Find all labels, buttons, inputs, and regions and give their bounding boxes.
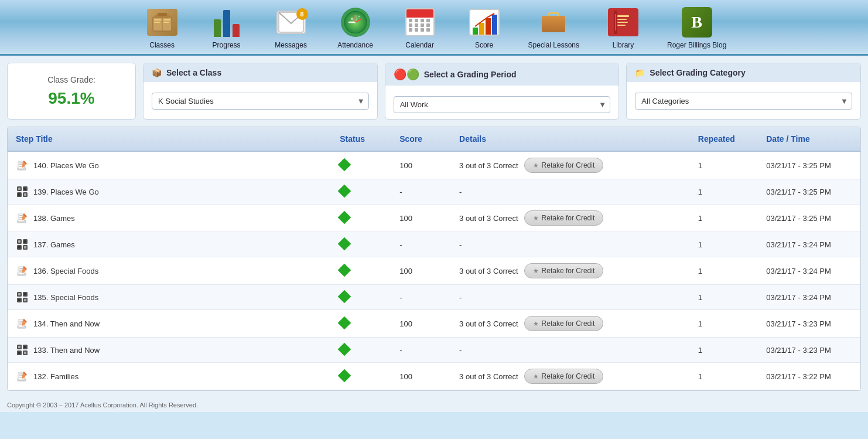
svg-rect-73	[18, 299, 20, 301]
status-diamond	[338, 342, 351, 356]
status-diamond	[338, 237, 351, 250]
status-diamond	[338, 158, 351, 171]
progress-icon	[210, 6, 243, 39]
filter-row: Class Grade: 95.1% 📦 Select a Class K So…	[7, 63, 861, 120]
details-text: -	[459, 293, 462, 302]
step-title: 135. Special Foods	[33, 293, 98, 302]
svg-rect-72	[24, 293, 26, 295]
star-icon: ★	[533, 162, 539, 169]
svg-rect-58	[18, 246, 20, 249]
puzzle-step-icon	[16, 238, 29, 251]
score-cell: -	[391, 232, 451, 257]
th-details: Details	[451, 127, 690, 151]
details-text: -	[459, 346, 462, 355]
svg-point-12	[351, 18, 353, 20]
svg-rect-89	[24, 352, 26, 354]
retake-button[interactable]: ★Retake for Credit	[524, 263, 604, 278]
details-cell: 3 out of 3 Correct ★Retake for Credit	[451, 151, 690, 179]
repeated-cell: 1	[690, 232, 758, 257]
datetime-cell: 03/21/17 - 3:24 PM	[758, 232, 860, 257]
step-title-cell: 140. Places We Go	[8, 151, 332, 179]
repeated-cell: 1	[690, 205, 758, 232]
nav-calendar[interactable]: Calendar	[399, 6, 440, 49]
datetime-cell: 03/21/17 - 3:22 PM	[758, 363, 860, 390]
nav-messages[interactable]: 8 Messages	[271, 6, 312, 49]
svg-rect-44	[24, 193, 26, 196]
status-cell	[332, 179, 391, 205]
classes-label: Classes	[149, 41, 175, 49]
pencil-step-icon	[16, 317, 29, 330]
table-body: 140. Places We Go 100 3 out of 3 Correct…	[8, 151, 860, 390]
class-box-icon: 📦	[152, 68, 162, 77]
details-text: 3 out of 3 Correct	[459, 372, 518, 381]
status-diamond	[338, 263, 351, 277]
status-diamond	[338, 184, 351, 198]
step-title-cell: 134. Then and Now	[8, 310, 332, 338]
status-diamond	[338, 290, 351, 303]
messages-badge: 8	[296, 8, 308, 20]
library-label: Library	[613, 41, 634, 49]
table-row: 137. Games - - 1 03/21/17 - 3:24 PM	[8, 232, 860, 257]
class-select[interactable]: K Social Studies	[152, 93, 369, 110]
step-title: 133. Then and Now	[33, 346, 100, 355]
footer: Copyright © 2003 – 2017 Acellus Corporat…	[0, 398, 868, 412]
svg-rect-59	[24, 246, 26, 249]
svg-rect-86	[18, 346, 20, 348]
messages-icon: 8	[275, 6, 307, 39]
step-title: 134. Then and Now	[33, 319, 100, 328]
copyright: Copyright © 2003 – 2017 Acellus Corporat…	[7, 401, 198, 409]
status-cell	[332, 285, 391, 310]
svg-rect-19	[473, 28, 478, 36]
svg-point-13	[358, 16, 360, 18]
score-cell: 100	[391, 205, 451, 232]
category-icon: 📁	[635, 68, 645, 77]
nav-classes[interactable]: Classes	[142, 6, 183, 49]
navigation-bar: Classes Progress 8 Messages	[0, 0, 868, 56]
score-icon	[468, 6, 501, 39]
star-icon: ★	[533, 320, 539, 328]
grade-value: 95.1%	[48, 89, 94, 108]
step-title-cell: 133. Then and Now	[8, 338, 332, 363]
classes-icon	[146, 6, 179, 39]
retake-button[interactable]: ★Retake for Credit	[524, 316, 604, 331]
step-title: 137. Games	[33, 240, 75, 249]
details-text: -	[459, 188, 462, 196]
step-title: 140. Places We Go	[33, 161, 99, 170]
category-select-wrapper: All Categories ▼	[635, 93, 852, 110]
pencil-step-icon	[16, 159, 29, 172]
retake-button[interactable]: ★Retake for Credit	[524, 369, 604, 384]
blog-icon: B	[681, 6, 713, 39]
status-cell	[332, 232, 391, 257]
nav-attendance[interactable]: Attendance	[335, 6, 376, 49]
retake-label: Retake for Credit	[542, 319, 595, 328]
repeated-cell: 1	[690, 285, 758, 310]
table-row: 139. Places We Go - - 1 03/21/17 - 3:25 …	[8, 179, 860, 205]
nav-progress[interactable]: Progress	[206, 6, 247, 49]
nav-special-lessons[interactable]: Special Lessons	[528, 6, 579, 49]
repeated-cell: 1	[690, 179, 758, 205]
retake-label: Retake for Credit	[542, 372, 595, 380]
repeated-cell: 1	[690, 310, 758, 338]
nav-library[interactable]: Library	[603, 6, 644, 49]
table-scroll[interactable]: Step Title Status Score Details Repeated…	[8, 127, 860, 390]
svg-rect-22	[492, 15, 497, 36]
retake-button[interactable]: ★Retake for Credit	[524, 158, 604, 173]
category-select[interactable]: All Categories	[635, 93, 852, 110]
calendar-icon	[404, 6, 436, 39]
retake-button[interactable]: ★Retake for Credit	[524, 210, 604, 226]
repeated-cell: 1	[690, 338, 758, 363]
svg-rect-20	[479, 23, 484, 36]
svg-rect-3	[158, 13, 167, 16]
nav-blog[interactable]: B Roger Billings Blog	[667, 6, 726, 49]
datetime-cell: 03/21/17 - 3:25 PM	[758, 151, 860, 179]
step-title-cell: 136. Special Foods	[8, 257, 332, 285]
svg-rect-6	[154, 22, 160, 23]
status-cell	[332, 338, 391, 363]
svg-rect-56	[18, 240, 20, 243]
period-select[interactable]: All Work	[394, 96, 611, 113]
nav-score[interactable]: Score	[464, 6, 505, 49]
status-diamond	[338, 210, 351, 224]
svg-rect-28	[617, 22, 628, 23]
main-content: Class Grade: 95.1% 📦 Select a Class K So…	[0, 56, 868, 398]
score-cell: 100	[391, 257, 451, 285]
